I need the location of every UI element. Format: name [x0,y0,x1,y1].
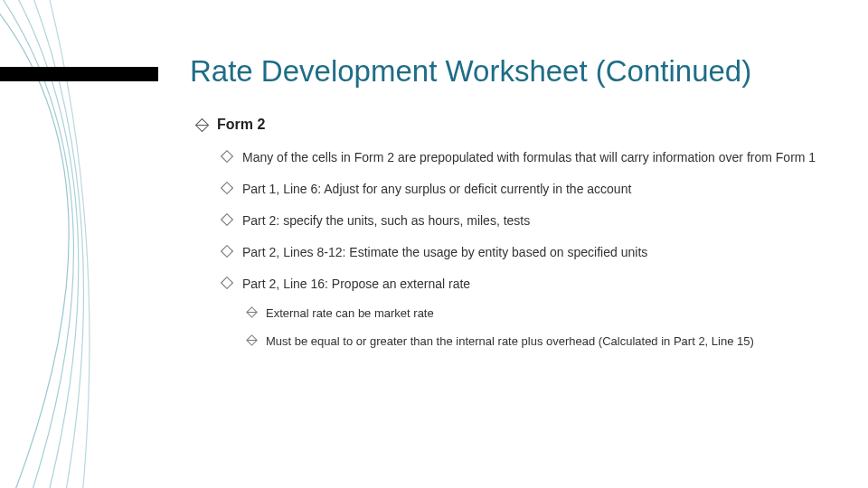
bullet-level1: Form 2 Many of the cells in Form 2 are p… [190,117,832,350]
bullet-level3: External rate can be market rate [242,305,832,322]
level2-label: Part 2, Line 16: Propose an external rat… [242,277,470,291]
slide-content: Rate Development Worksheet (Continued) F… [190,52,832,364]
bullet-level2: Part 2: specify the units, such as hours… [217,212,832,230]
bullet-level2: Part 1, Line 6: Adjust for any surplus o… [217,181,832,198]
bullet-level2: Many of the cells in Form 2 are prepopul… [217,149,832,166]
accent-block [0,67,158,81]
bullet-level3: Must be equal to or greater than the int… [242,333,832,350]
level1-label: Form 2 [217,117,265,132]
bullet-level2: Part 2, Lines 8-12: Estimate the usage b… [217,244,832,261]
slide-title: Rate Development Worksheet (Continued) [190,52,832,89]
bullet-level2: Part 2, Line 16: Propose an external rat… [217,276,832,350]
